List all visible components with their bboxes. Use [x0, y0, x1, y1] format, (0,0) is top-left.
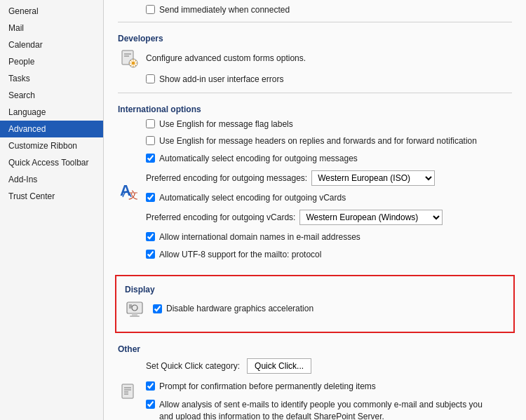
- sidebar: General Mail Calendar People Tasks Searc…: [0, 0, 104, 420]
- svg-rect-8: [132, 313, 137, 316]
- sidebar-item-advanced[interactable]: Advanced: [0, 121, 103, 137]
- configure-forms-row: Configure advanced custom forms options.: [118, 48, 512, 70]
- preferred-vcards-label: Preferred encoding for outgoing vCards:: [146, 212, 295, 222]
- use-english-flag-row: Use English for message flag labels: [146, 118, 512, 130]
- send-immediately-label: Send immediately when connected: [159, 4, 290, 16]
- quick-click-row: Set Quick Click category: Quick Click...: [146, 358, 512, 374]
- allow-utf8-row: Allow UTF-8 support for the mailto: prot…: [146, 249, 512, 261]
- international-section: International options A 文 Use English fo…: [104, 96, 526, 270]
- sidebar-item-general[interactable]: General: [0, 3, 103, 20]
- allow-intl-domain-checkbox[interactable]: [146, 232, 155, 241]
- disable-hardware-label: Disable hardware graphics acceleration: [166, 303, 313, 315]
- show-addin-row: Show add-in user interface errors: [118, 74, 512, 86]
- preferred-outgoing-label: Preferred encoding for outgoing messages…: [146, 173, 307, 183]
- auto-encoding-label: Automatically select encoding for outgoi…: [159, 153, 358, 165]
- allow-utf8-label: Allow UTF-8 support for the mailto: prot…: [159, 249, 321, 261]
- use-english-headers-row: Use English for message headers on repli…: [146, 135, 512, 147]
- send-immediately-checkbox[interactable]: [146, 5, 155, 14]
- allow-utf8-checkbox[interactable]: [146, 250, 155, 259]
- auto-encoding-checkbox[interactable]: [146, 154, 155, 163]
- display-options-row: Disable hardware graphics acceleration: [125, 299, 505, 321]
- forms-icon: [118, 48, 140, 70]
- other-section: Other Set Quick Click category: Quick Cl…: [104, 339, 526, 420]
- preferred-outgoing-dropdown[interactable]: Western European (ISO): [311, 170, 435, 186]
- other-options-row: Set Quick Click category: Quick Click...…: [118, 358, 512, 420]
- use-english-flag-label: Use English for message flag labels: [159, 118, 293, 130]
- prompt-confirm-checkbox[interactable]: [146, 381, 155, 391]
- show-addin-checkbox[interactable]: [146, 74, 155, 83]
- preferred-vcards-dropdown[interactable]: Western European (Windows): [299, 210, 443, 225]
- sidebar-item-customize-ribbon[interactable]: Customize Ribbon: [0, 137, 103, 154]
- auto-vcards-checkbox[interactable]: [146, 193, 155, 202]
- allow-analysis-row: Allow analysis of sent e-mails to identi…: [146, 399, 512, 420]
- international-title: International options: [118, 104, 512, 114]
- allow-analysis-label: Allow analysis of sent e-mails to identi…: [159, 399, 483, 420]
- sidebar-item-calendar[interactable]: Calendar: [0, 36, 103, 53]
- allow-intl-domain-label: Allow international domain names in e-ma…: [159, 231, 360, 243]
- auto-vcards-row: Automatically select encoding for outgoi…: [146, 192, 512, 204]
- sidebar-item-quick-access-toolbar[interactable]: Quick Access Toolbar: [0, 154, 103, 171]
- allow-intl-domain-row: Allow international domain names in e-ma…: [146, 231, 512, 243]
- use-english-headers-label: Use English for message headers on repli…: [159, 135, 477, 147]
- international-options-row: A 文 Use English for message flag labels …: [118, 118, 512, 264]
- use-english-flag-checkbox[interactable]: [146, 119, 155, 128]
- intl-icon: A 文: [118, 179, 140, 202]
- sidebar-item-search[interactable]: Search: [0, 87, 103, 104]
- disable-hardware-row: Disable hardware graphics acceleration: [153, 303, 313, 315]
- preferred-outgoing-row: Preferred encoding for outgoing messages…: [146, 170, 512, 186]
- prompt-confirm-label: Prompt for confirmation before permanent…: [159, 381, 376, 393]
- display-section: Display Disable hardware graphics accele…: [115, 275, 515, 333]
- use-english-headers-checkbox[interactable]: [146, 136, 155, 145]
- svg-point-4: [132, 61, 135, 65]
- display-title: Display: [125, 285, 505, 294]
- display-icon: [125, 299, 147, 321]
- sidebar-item-language[interactable]: Language: [0, 104, 103, 121]
- disable-hardware-checkbox[interactable]: [153, 304, 162, 313]
- quick-click-button[interactable]: Quick Click...: [247, 358, 311, 374]
- developers-title: Developers: [118, 34, 512, 43]
- sidebar-item-tasks[interactable]: Tasks: [0, 70, 103, 87]
- preferred-vcards-row: Preferred encoding for outgoing vCards: …: [146, 210, 512, 225]
- other-title: Other: [118, 344, 512, 354]
- svg-rect-14: [122, 384, 133, 398]
- quick-click-label: Set Quick Click category:: [146, 361, 240, 371]
- developers-section: Developers Configure advanced custom for…: [104, 25, 526, 91]
- svg-rect-9: [130, 316, 140, 317]
- auto-vcards-label: Automatically select encoding for outgoi…: [159, 192, 346, 204]
- main-content: Send immediately when connected Develope…: [104, 0, 526, 420]
- sidebar-item-trust-center[interactable]: Trust Center: [0, 188, 103, 205]
- sidebar-item-add-ins[interactable]: Add-Ins: [0, 171, 103, 188]
- auto-encoding-row: Automatically select encoding for outgoi…: [146, 153, 512, 165]
- sidebar-item-people[interactable]: People: [0, 53, 103, 70]
- show-addin-label: Show add-in user interface errors: [159, 74, 283, 86]
- quickclick-icon: [118, 381, 140, 403]
- configure-forms-text: Configure advanced custom forms options.: [146, 53, 512, 65]
- sidebar-item-mail[interactable]: Mail: [0, 20, 103, 36]
- prompt-confirm-row: Prompt for confirmation before permanent…: [146, 381, 512, 393]
- allow-analysis-checkbox[interactable]: [146, 400, 155, 409]
